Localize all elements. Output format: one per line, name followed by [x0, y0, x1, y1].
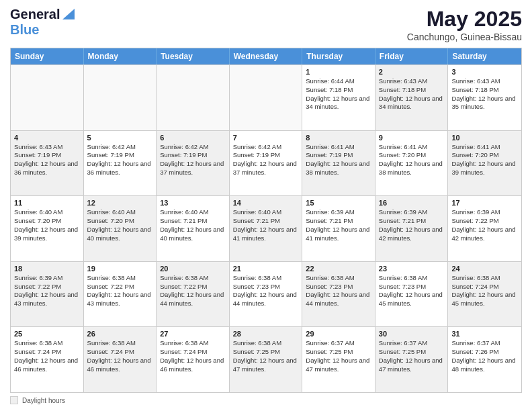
day-number: 5	[87, 134, 153, 142]
calendar-cell-1-5: 9Sunrise: 6:41 AM Sunset: 7:20 PM Daylig…	[375, 131, 449, 196]
calendar-cell-3-2: 20Sunrise: 6:38 AM Sunset: 7:22 PM Dayli…	[157, 262, 230, 327]
calendar-cell-1-0: 4Sunrise: 6:43 AM Sunset: 7:19 PM Daylig…	[11, 131, 84, 196]
calendar-cell-1-6: 10Sunrise: 6:41 AM Sunset: 7:20 PM Dayli…	[448, 131, 521, 196]
day-number: 13	[160, 199, 226, 207]
day-number: 31	[451, 330, 518, 338]
calendar-row-3: 18Sunrise: 6:39 AM Sunset: 7:22 PM Dayli…	[11, 261, 521, 327]
day-number: 17	[451, 199, 518, 207]
subtitle: Canchungo, Guinea-Bissau	[407, 32, 522, 42]
day-number: 16	[379, 199, 445, 207]
calendar-cell-3-4: 22Sunrise: 6:38 AM Sunset: 7:23 PM Dayli…	[302, 262, 375, 327]
calendar-cell-0-2	[157, 65, 230, 130]
calendar-cell-4-5: 30Sunrise: 6:37 AM Sunset: 7:25 PM Dayli…	[375, 327, 449, 392]
legend-label: Daylight hours	[22, 397, 65, 404]
day-info: Sunrise: 6:38 AM Sunset: 7:24 PM Dayligh…	[451, 274, 518, 308]
calendar-row-0: 1Sunrise: 6:44 AM Sunset: 7:18 PM Daylig…	[11, 64, 521, 130]
day-number: 18	[14, 265, 80, 273]
day-info: Sunrise: 6:43 AM Sunset: 7:19 PM Dayligh…	[14, 143, 80, 177]
day-number: 8	[306, 134, 371, 142]
calendar-cell-0-5: 2Sunrise: 6:43 AM Sunset: 7:18 PM Daylig…	[375, 65, 449, 130]
day-info: Sunrise: 6:38 AM Sunset: 7:23 PM Dayligh…	[379, 274, 445, 308]
calendar-cell-1-3: 7Sunrise: 6:42 AM Sunset: 7:19 PM Daylig…	[230, 131, 303, 196]
day-number: 2	[379, 68, 445, 76]
calendar-cell-3-0: 18Sunrise: 6:39 AM Sunset: 7:22 PM Dayli…	[11, 262, 84, 327]
calendar-header-cell-tuesday: Tuesday	[157, 48, 230, 64]
calendar-row-2: 11Sunrise: 6:40 AM Sunset: 7:20 PM Dayli…	[11, 195, 521, 261]
day-number: 24	[451, 265, 518, 273]
day-info: Sunrise: 6:41 AM Sunset: 7:20 PM Dayligh…	[451, 143, 518, 177]
calendar-cell-1-2: 6Sunrise: 6:42 AM Sunset: 7:19 PM Daylig…	[157, 131, 230, 196]
day-number: 23	[379, 265, 445, 273]
calendar-header: SundayMondayTuesdayWednesdayThursdayFrid…	[11, 48, 521, 64]
day-info: Sunrise: 6:44 AM Sunset: 7:18 PM Dayligh…	[306, 77, 371, 111]
day-info: Sunrise: 6:40 AM Sunset: 7:20 PM Dayligh…	[14, 208, 80, 242]
calendar-body: 1Sunrise: 6:44 AM Sunset: 7:18 PM Daylig…	[11, 64, 521, 392]
calendar-cell-3-5: 23Sunrise: 6:38 AM Sunset: 7:23 PM Dayli…	[375, 262, 449, 327]
day-info: Sunrise: 6:39 AM Sunset: 7:22 PM Dayligh…	[451, 208, 518, 242]
day-info: Sunrise: 6:43 AM Sunset: 7:18 PM Dayligh…	[451, 77, 518, 111]
calendar-header-cell-friday: Friday	[375, 48, 449, 64]
day-info: Sunrise: 6:40 AM Sunset: 7:20 PM Dayligh…	[87, 208, 153, 242]
day-number: 10	[451, 134, 518, 142]
day-info: Sunrise: 6:38 AM Sunset: 7:24 PM Dayligh…	[87, 339, 153, 373]
logo-general-text: General	[10, 7, 60, 22]
day-number: 19	[87, 265, 153, 273]
day-info: Sunrise: 6:38 AM Sunset: 7:23 PM Dayligh…	[233, 274, 299, 308]
calendar-cell-0-4: 1Sunrise: 6:44 AM Sunset: 7:18 PM Daylig…	[302, 65, 375, 130]
calendar-cell-0-0	[11, 65, 84, 130]
day-number: 21	[233, 265, 299, 273]
calendar-cell-2-2: 13Sunrise: 6:40 AM Sunset: 7:21 PM Dayli…	[157, 196, 230, 261]
day-number: 28	[233, 330, 299, 338]
day-info: Sunrise: 6:39 AM Sunset: 7:22 PM Dayligh…	[14, 274, 80, 308]
day-number: 4	[14, 134, 80, 142]
day-number: 29	[306, 330, 371, 338]
day-number: 15	[306, 199, 371, 207]
day-number: 1	[306, 68, 371, 76]
calendar-cell-4-0: 25Sunrise: 6:38 AM Sunset: 7:24 PM Dayli…	[11, 327, 84, 392]
day-number: 20	[160, 265, 226, 273]
day-info: Sunrise: 6:40 AM Sunset: 7:21 PM Dayligh…	[160, 208, 226, 242]
day-info: Sunrise: 6:41 AM Sunset: 7:19 PM Dayligh…	[306, 143, 371, 177]
calendar-cell-4-3: 28Sunrise: 6:38 AM Sunset: 7:25 PM Dayli…	[230, 327, 303, 392]
day-info: Sunrise: 6:38 AM Sunset: 7:24 PM Dayligh…	[160, 339, 226, 373]
day-info: Sunrise: 6:38 AM Sunset: 7:25 PM Dayligh…	[233, 339, 299, 373]
page: General Blue May 2025 Canchungo, Guinea-…	[0, 0, 532, 411]
day-info: Sunrise: 6:39 AM Sunset: 7:21 PM Dayligh…	[379, 208, 445, 242]
calendar-cell-0-1	[84, 65, 157, 130]
header: General Blue May 2025 Canchungo, Guinea-…	[10, 7, 522, 42]
day-number: 9	[379, 134, 445, 142]
day-info: Sunrise: 6:37 AM Sunset: 7:26 PM Dayligh…	[451, 339, 518, 373]
calendar-cell-1-4: 8Sunrise: 6:41 AM Sunset: 7:19 PM Daylig…	[302, 131, 375, 196]
day-info: Sunrise: 6:38 AM Sunset: 7:23 PM Dayligh…	[306, 274, 371, 308]
calendar-cell-2-1: 12Sunrise: 6:40 AM Sunset: 7:20 PM Dayli…	[84, 196, 157, 261]
calendar-cell-3-1: 19Sunrise: 6:38 AM Sunset: 7:22 PM Dayli…	[84, 262, 157, 327]
calendar-header-cell-wednesday: Wednesday	[230, 48, 303, 64]
day-info: Sunrise: 6:38 AM Sunset: 7:24 PM Dayligh…	[14, 339, 80, 373]
day-info: Sunrise: 6:40 AM Sunset: 7:21 PM Dayligh…	[233, 208, 299, 242]
day-number: 11	[14, 199, 80, 207]
day-number: 26	[87, 330, 153, 338]
calendar-cell-3-3: 21Sunrise: 6:38 AM Sunset: 7:23 PM Dayli…	[230, 262, 303, 327]
calendar-cell-2-0: 11Sunrise: 6:40 AM Sunset: 7:20 PM Dayli…	[11, 196, 84, 261]
logo-triangle-icon	[62, 9, 75, 22]
day-number: 22	[306, 265, 371, 273]
legend-box	[10, 396, 18, 404]
calendar-header-cell-sunday: Sunday	[11, 48, 84, 64]
day-info: Sunrise: 6:37 AM Sunset: 7:25 PM Dayligh…	[306, 339, 371, 373]
logo-blue-text: Blue	[10, 22, 39, 37]
calendar-header-cell-thursday: Thursday	[302, 48, 375, 64]
logo: General Blue	[10, 7, 75, 38]
day-number: 3	[451, 68, 518, 76]
calendar-cell-2-4: 15Sunrise: 6:39 AM Sunset: 7:21 PM Dayli…	[302, 196, 375, 261]
day-info: Sunrise: 6:38 AM Sunset: 7:22 PM Dayligh…	[87, 274, 153, 308]
calendar-row-1: 4Sunrise: 6:43 AM Sunset: 7:19 PM Daylig…	[11, 130, 521, 196]
day-number: 7	[233, 134, 299, 142]
calendar-cell-0-3	[230, 65, 303, 130]
title-area: May 2025 Canchungo, Guinea-Bissau	[407, 7, 522, 42]
calendar-cell-4-2: 27Sunrise: 6:38 AM Sunset: 7:24 PM Dayli…	[157, 327, 230, 392]
legend: Daylight hours	[10, 396, 522, 404]
day-info: Sunrise: 6:42 AM Sunset: 7:19 PM Dayligh…	[87, 143, 153, 177]
calendar-cell-4-1: 26Sunrise: 6:38 AM Sunset: 7:24 PM Dayli…	[84, 327, 157, 392]
day-number: 14	[233, 199, 299, 207]
day-number: 27	[160, 330, 226, 338]
